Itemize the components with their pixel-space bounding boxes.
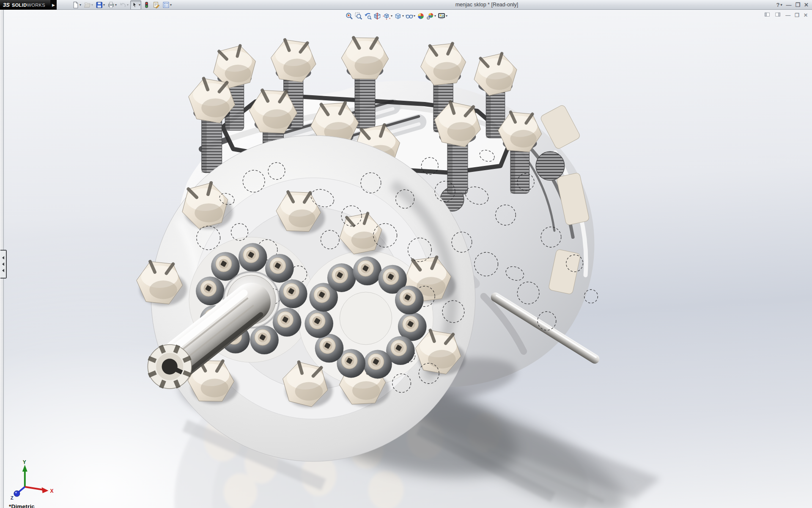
undo-icon: [119, 1, 126, 8]
collapse-arrow-icon: [2, 262, 4, 266]
orientation-triad: YXZ: [11, 459, 54, 500]
window-title: menjac sklop * [Read-only]: [417, 0, 557, 10]
section-view-button[interactable]: [373, 11, 382, 21]
heads-up-view-toolbar: ▾▾▾▾▾: [345, 11, 448, 21]
hide-show-items-icon: [406, 12, 413, 20]
brand-works: WORKS: [27, 3, 46, 8]
help-icon: ?: [776, 2, 779, 8]
new-document-icon: [72, 1, 79, 8]
edit-appearance-icon: [417, 12, 425, 20]
hide-show-items-button[interactable]: ▾: [405, 11, 416, 21]
traffic-light-icon: [143, 1, 150, 8]
print-button[interactable]: ▾: [107, 0, 118, 10]
file-properties-button[interactable]: [152, 0, 161, 10]
restore-icon: ❐: [795, 13, 799, 18]
pane-right-icon: [775, 12, 781, 18]
close-icon: ✕: [804, 2, 809, 8]
save-icon: [96, 1, 103, 8]
open-button[interactable]: ▾: [83, 0, 94, 10]
restore-button[interactable]: ❐: [795, 2, 800, 8]
options-button[interactable]: ▾: [162, 0, 173, 10]
view-settings-icon: [438, 12, 445, 20]
dropdown-caret[interactable]: ▾: [103, 3, 105, 7]
save-button[interactable]: ▾: [95, 0, 106, 10]
gearbox-model[interactable]: [137, 38, 598, 461]
zoom-to-fit-icon: [346, 12, 353, 20]
work-area: ▾▾▾▾▾ —❐✕ YXZ *Dimetric: [0, 10, 812, 508]
dropdown-caret[interactable]: ▾: [414, 14, 415, 18]
view-orientation-label: *Dimetric: [9, 503, 35, 508]
display-style-icon: [394, 12, 402, 20]
doc-minimize-button[interactable]: —: [785, 13, 790, 18]
open-folder-icon: [84, 1, 91, 8]
close-icon: ✕: [804, 13, 808, 18]
gearbox-3d-model-view[interactable]: YXZ: [4, 10, 812, 508]
previous-view-button[interactable]: [363, 11, 373, 21]
doc-close-button[interactable]: ✕: [804, 13, 808, 18]
dropdown-caret[interactable]: ▾: [91, 3, 93, 7]
svg-text:Z: Z: [11, 495, 14, 500]
zoom-to-area-icon: [355, 12, 362, 20]
dropdown-caret[interactable]: ▾: [434, 14, 436, 18]
dropdown-caret[interactable]: ▾: [170, 3, 172, 7]
minimize-icon: —: [786, 2, 791, 8]
solidworks-window: 3S SOLIDWORKS ▶ ▾▾▾▾▾▾▾ menjac sklop * […: [0, 0, 812, 508]
dropdown-caret[interactable]: ▾: [402, 14, 404, 18]
document-window-controls: —❐✕: [764, 12, 808, 18]
restore-icon: ❐: [795, 2, 800, 8]
options-list-icon: [162, 1, 170, 8]
previous-view-icon: [364, 12, 372, 20]
menu-expand-arrow-icon[interactable]: ▶: [50, 0, 57, 10]
zoom-to-area-button[interactable]: [354, 11, 363, 21]
dropdown-caret[interactable]: ▾: [80, 3, 81, 7]
titlebar: 3S SOLIDWORKS ▶ ▾▾▾▾▾▾▾ menjac sklop * […: [0, 0, 812, 10]
view-settings-button[interactable]: ▾: [437, 11, 448, 21]
rebuild-button[interactable]: [142, 0, 151, 10]
dropdown-caret[interactable]: ▾: [391, 14, 392, 18]
zoom-to-fit-button[interactable]: [345, 11, 354, 21]
file-properties-icon: [153, 1, 160, 8]
pane-left-icon: [764, 12, 771, 18]
solidworks-logo-mark: 3S: [3, 2, 10, 8]
svg-text:X: X: [50, 488, 53, 494]
dropdown-caret[interactable]: ▾: [115, 3, 117, 7]
dropdown-caret[interactable]: ▾: [446, 14, 447, 18]
dropdown-caret[interactable]: ▾: [780, 3, 782, 7]
show-left-pane-button[interactable]: [764, 12, 771, 18]
edit-appearance-button[interactable]: [416, 11, 425, 21]
feature-pane-strip: [0, 10, 4, 508]
display-style-button[interactable]: ▾: [393, 11, 405, 21]
dropdown-caret[interactable]: ▾: [139, 3, 140, 7]
show-right-pane-button[interactable]: [775, 12, 781, 18]
undo-button[interactable]: ▾: [118, 0, 129, 10]
select-cursor-icon: [131, 1, 138, 8]
standard-toolbar: ▾▾▾▾▾▾▾: [71, 0, 173, 10]
select-button[interactable]: ▾: [130, 0, 141, 10]
close-button[interactable]: ✕: [804, 2, 809, 8]
print-icon: [107, 1, 115, 8]
collapse-arrow-icon: [2, 256, 4, 260]
new-button[interactable]: ▾: [71, 0, 82, 10]
threaded-stud: [536, 152, 565, 180]
apply-scene-icon: [426, 12, 434, 20]
collapse-arrow-icon: [2, 269, 4, 272]
window-controls: ?▾—❐✕: [776, 0, 809, 10]
view-orientation-icon: [383, 12, 390, 20]
collapsed-featuremanager-tab[interactable]: [0, 250, 7, 279]
apply-scene-button[interactable]: ▾: [425, 11, 437, 21]
svg-text:Y: Y: [23, 459, 26, 465]
section-view-icon: [373, 12, 381, 20]
graphics-viewport[interactable]: ▾▾▾▾▾ —❐✕ YXZ *Dimetric: [4, 10, 812, 508]
minimize-icon: —: [785, 13, 790, 18]
brand-solid: SOLID: [12, 3, 27, 8]
minimize-button[interactable]: —: [786, 2, 791, 8]
doc-restore-button[interactable]: ❐: [795, 13, 799, 18]
help-button[interactable]: ?▾: [776, 2, 782, 8]
dropdown-caret[interactable]: ▾: [127, 3, 129, 7]
solidworks-logo: 3S SOLIDWORKS: [0, 0, 50, 10]
view-orientation-button[interactable]: ▾: [382, 11, 393, 21]
